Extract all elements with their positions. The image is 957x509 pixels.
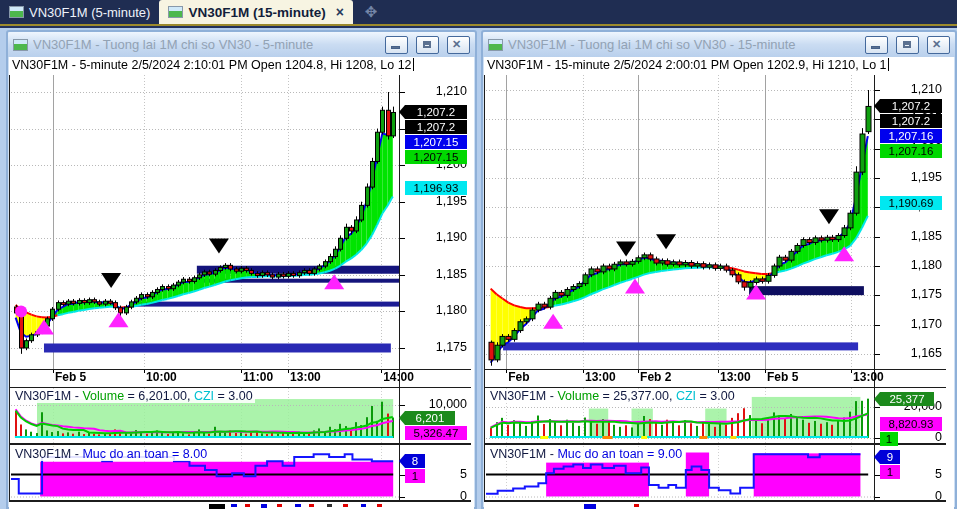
chart-client-area: VN30F1M - 5-minute 2/5/2024 2:10:01 PM O… [9,57,474,509]
minimize-button[interactable] [385,36,408,54]
tab-label: VN30F1M (5-minute) [29,5,150,20]
chart-window-5min: VN30F1M - Tuong lai 1M chi so VN30 - 5-m… [6,30,477,509]
tab-vn30f1m-15min[interactable]: VN30F1M (15-minute) × [159,0,352,24]
window-titlebar[interactable]: VN30F1M - Tuong lai 1M chi so VN30 - 15-… [483,32,955,57]
close-icon: ✕ [452,38,461,51]
chart-window-15min: VN30F1M - Tuong lai 1M chi so VN30 - 15-… [481,30,957,509]
window-titlebar[interactable]: VN30F1M - Tuong lai 1M chi so VN30 - 5-m… [8,32,475,57]
window-title: VN30F1M - Tuong lai 1M chi so VN30 - 5-m… [33,37,377,52]
tab-close-icon[interactable]: × [336,4,344,20]
restore-icon [903,41,911,48]
restore-button[interactable] [416,36,439,54]
chart-icon [9,6,24,18]
text-cursor [888,58,889,71]
chart-icon [488,39,503,51]
chart-icon [13,39,28,51]
price-chart-canvas[interactable] [9,57,476,509]
close-icon: ✕ [932,38,941,51]
move-icon: ✥ [365,3,378,21]
chart-status-line: VN30F1M - 5-minute 2/5/2024 2:10:01 PM O… [12,58,414,72]
price-chart-canvas[interactable] [484,57,956,509]
restore-button[interactable] [896,36,919,54]
tab-vn30f1m-5min[interactable]: VN30F1M (5-minute) [0,0,159,24]
tab-label: VN30F1M (15-minute) [188,5,325,20]
chart-status-line: VN30F1M - 15-minute 2/5/2024 2:00:01 PM … [487,58,889,72]
close-button[interactable]: ✕ [447,36,470,54]
chart-icon [168,6,183,18]
text-cursor [413,58,414,71]
window-title: VN30F1M - Tuong lai 1M chi so VN30 - 15-… [508,37,857,52]
mdi-workspace: VN30F1M - Tuong lai 1M chi so VN30 - 5-m… [0,28,957,509]
chart-client-area: VN30F1M - 15-minute 2/5/2024 2:00:01 PM … [484,57,954,509]
restore-icon [423,41,431,48]
minimize-icon [871,46,880,49]
minimize-button[interactable] [865,36,888,54]
tab-bar: VN30F1M (5-minute) VN30F1M (15-minute) ×… [0,0,957,26]
close-button[interactable]: ✕ [927,36,950,54]
minimize-icon [391,46,400,49]
